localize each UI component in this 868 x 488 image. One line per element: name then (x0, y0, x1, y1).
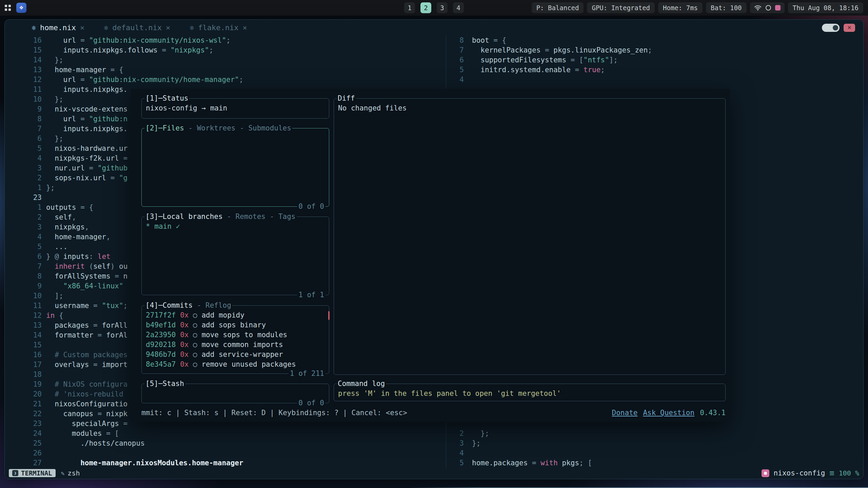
window-close-button[interactable]: × (844, 24, 855, 32)
menu-lines-icon[interactable]: ≡ (829, 469, 834, 477)
code-line[interactable]: 12 url = "github:nix-community/home-mana… (5, 75, 446, 85)
branch-item[interactable]: * main ✓ (146, 222, 180, 230)
workspace-button[interactable]: 3 (437, 2, 448, 13)
code-text: # 'nixos-rebuild (42, 389, 123, 399)
line-number: 2 (5, 173, 42, 183)
code-token: = (571, 66, 584, 74)
code-token: "github:nix-community/nixos-wsl" (89, 36, 226, 44)
terminal-icon: ❯ (12, 470, 18, 476)
code-token: with (540, 459, 558, 467)
toggle-switch[interactable] (822, 24, 840, 32)
commit-row[interactable]: 2717f2f 0x ○ add mopidy (146, 310, 325, 320)
code-token: = (76, 76, 89, 84)
workspace-button[interactable]: 2 (420, 2, 431, 13)
commit-row[interactable]: 2a23950 0x ○ move sops to modules (146, 330, 325, 340)
code-token: { (55, 311, 63, 320)
stash-panel-title: [5]─Stash (144, 379, 185, 389)
tab-label: default.nix (112, 23, 162, 32)
tab-close-icon[interactable]: × (166, 23, 170, 32)
nix-snowflake-icon: ❄ (190, 24, 194, 32)
commit-row[interactable]: 8e345a7 0x ○ remove unused packages (146, 360, 325, 369)
tab-close-icon[interactable]: × (80, 23, 84, 32)
scrollbar-thumb[interactable] (328, 311, 330, 320)
code-line[interactable]: 16 url = "github:nix-community/nixos-wsl… (5, 36, 446, 45)
line-number: 10 (5, 95, 42, 104)
topbar-status: P: BalancedGPU: IntegratedHome: 7msBat: … (532, 2, 747, 13)
donate-link[interactable]: Donate (612, 408, 638, 418)
code-line[interactable]: 4 (446, 75, 863, 85)
code-token: = [ (102, 429, 119, 438)
line-number: 1 (5, 203, 42, 212)
code-token: = (111, 272, 123, 280)
workspace-button[interactable]: 1 (404, 2, 415, 13)
code-token: = (158, 46, 171, 54)
commit-row[interactable]: b49ef1d 0x ○ add sops binary (146, 320, 325, 330)
code-token: nixos-hardware.ur (55, 144, 127, 152)
code-text: }; (464, 439, 480, 448)
line-number: 27 (5, 458, 42, 468)
code-token: inputs.nixpkgs.follows (63, 46, 158, 54)
lazygit-files-panel[interactable]: [2]─Files - Worktrees - Submodules 0 of … (141, 128, 329, 207)
code-text: ... (42, 242, 67, 252)
graph-node-icon: ○ (193, 341, 201, 349)
lazygit-branches-panel[interactable]: [3]─Local branches - Remotes - Tags * ma… (141, 217, 329, 295)
lazygit-commits-panel[interactable]: [4]─Commits - Reflog 2717f2f 0x ○ add mo… (141, 305, 329, 374)
commits-panel-title: [4]─Commits - Reflog (144, 301, 232, 310)
code-token (46, 36, 63, 44)
code-line[interactable]: 27 home-manager.nixosModules.home-manage… (5, 458, 446, 468)
code-line[interactable]: 5 initrd.systemd.enable = true; (446, 65, 863, 75)
lazygit-stash-panel[interactable]: [5]─Stash 0 of 0 (141, 384, 329, 403)
code-line[interactable]: 13 home-manager = { (5, 65, 446, 75)
code-line[interactable]: 7 kernelPackages = pkgs.linuxPackages_ze… (446, 45, 863, 55)
commit-row[interactable]: d920218 0x ○ move common imports (146, 340, 325, 350)
lazygit-command-log-panel[interactable]: Command log press 'M' in the files panel… (334, 384, 726, 401)
code-line[interactable]: 26 (5, 448, 446, 458)
tab-close-icon[interactable]: × (243, 23, 247, 32)
code-token: ; (226, 36, 231, 44)
editor-tab[interactable]: ❄home.nix× (32, 23, 84, 32)
code-line[interactable]: 2 }; (446, 429, 863, 439)
code-line[interactable]: 6 supportedFilesystems = ["ntfs"]; (446, 55, 863, 65)
graph-node-icon: ○ (193, 350, 201, 359)
code-token (46, 144, 55, 152)
commit-message: move sops to modules (201, 331, 287, 339)
lazygit-status-panel[interactable]: [1]─Status nixos-config → main (141, 98, 329, 119)
ask-question-link[interactable]: Ask Question (643, 408, 694, 418)
code-line[interactable]: 14 }; (5, 55, 446, 65)
editor-tab[interactable]: ❄flake.nix× (190, 23, 247, 32)
lazygit-diff-panel[interactable]: Diff No changed files (334, 98, 726, 375)
code-token: }; (46, 184, 55, 192)
diff-panel-title: Diff (337, 94, 356, 103)
code-token: nix-vscode-extens (55, 105, 127, 113)
code-line[interactable]: 15 inputs.nixpkgs.follows = "nixpkgs"; (5, 45, 446, 55)
commit-author: 0x (176, 341, 193, 349)
workspace-button[interactable]: 4 (453, 2, 464, 13)
code-line[interactable]: 25 ./hosts/canopus (5, 439, 446, 448)
code-text: nur.url = "github (42, 163, 127, 173)
commit-row[interactable]: 9486b7d 0x ○ add service-wrapper (146, 350, 325, 360)
apps-grid-icon[interactable] (5, 5, 11, 11)
tabs: ❄home.nix×❄default.nix×❄flake.nix× (32, 23, 247, 32)
line-number: 10 (5, 291, 42, 301)
code-line[interactable]: 5home.packages = with pkgs; [ (446, 458, 863, 468)
code-line[interactable]: 24 modules = [ (5, 429, 446, 439)
launcher-glyph: ❖ (19, 5, 23, 11)
code-token (46, 400, 55, 408)
code-token (46, 233, 55, 241)
code-line[interactable]: 4 (446, 448, 863, 458)
code-token: forAllSystems (55, 272, 110, 280)
code-text (42, 448, 46, 458)
shell-indicator: ✎ zsh (61, 469, 80, 477)
code-token: pkgs.linuxPackages_zen (553, 46, 648, 54)
code-text (464, 75, 472, 85)
mode-label: TERMINAL (21, 469, 52, 477)
code-line[interactable]: 8boot = { (446, 36, 863, 45)
shell-icon: ✎ (61, 470, 65, 477)
code-line[interactable]: 3}; (446, 439, 863, 448)
launcher-icon[interactable]: ❖ (16, 3, 26, 13)
code-token: home-manager (55, 233, 106, 241)
code-token: = { (489, 36, 507, 44)
command-log-title: Command log (337, 379, 386, 389)
editor-tab[interactable]: ❄default.nix× (104, 23, 170, 32)
code-token: ) (111, 262, 119, 270)
